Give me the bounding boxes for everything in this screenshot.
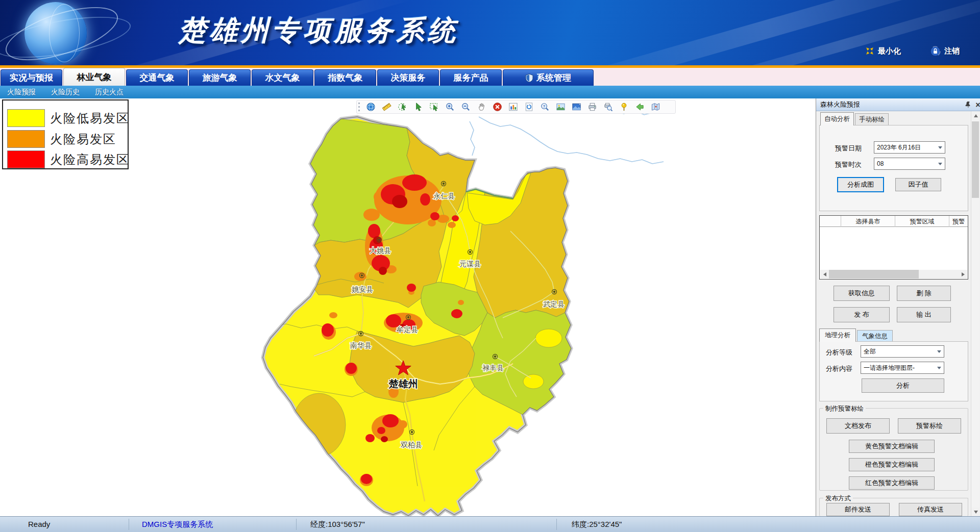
scroll-down-button[interactable]	[971, 508, 980, 516]
red-warning-edit-button[interactable]: 红色预警文档编辑	[849, 476, 935, 490]
minimize-label: 最小化	[878, 46, 901, 56]
subnav-fire-history[interactable]: 火险历史	[51, 86, 80, 98]
vscroll-thumb[interactable]	[972, 121, 979, 198]
overview-map-icon[interactable]	[648, 100, 664, 113]
map-canvas[interactable]: 永仁县 元谋县 大姚县 姚安县 武定县 南华县 牟定县 禄丰县 双柏县 楚雄州 …	[0, 98, 816, 516]
tab-geo-analysis[interactable]: 地理分析	[819, 328, 856, 342]
panel-title-bar: 森林火险预报 ×	[816, 98, 980, 111]
pushpin-icon[interactable]	[616, 100, 632, 113]
chevron-down-icon	[937, 350, 941, 355]
table-col-select	[820, 216, 841, 227]
globe-meridian-icon	[49, 4, 80, 62]
measure-icon[interactable]	[379, 100, 395, 113]
tab-weather-info[interactable]: 气象信息	[857, 330, 893, 342]
publish-button[interactable]: 发 布	[834, 307, 890, 322]
app-title: 楚雄州专项服务系统	[179, 12, 459, 49]
identify-icon[interactable]: ?	[537, 100, 553, 113]
scroll-up-button[interactable]	[971, 111, 980, 120]
warn-date-select[interactable]: 2023年 6月16日	[874, 141, 945, 154]
print-icon[interactable]	[584, 100, 600, 113]
select-features-icon[interactable]	[426, 100, 442, 113]
legend-row-high: 火险高易发区	[3, 149, 128, 170]
export-button[interactable]: 输 出	[897, 307, 951, 322]
chevron-down-icon	[938, 146, 942, 151]
tab-service-products[interactable]: 服务产品	[440, 69, 502, 86]
warning-table[interactable]: 选择县市 预警区域 预警	[819, 215, 968, 280]
zoom-in-icon[interactable]	[442, 100, 458, 113]
close-panel-button[interactable]: ×	[973, 100, 980, 109]
get-info-button[interactable]: 获取信息	[834, 286, 890, 301]
pointer-icon[interactable]	[410, 100, 426, 113]
hscroll-thumb[interactable]	[829, 270, 919, 278]
tab-system-admin[interactable]: 系统管理	[503, 69, 594, 86]
stop-icon[interactable]	[489, 100, 505, 113]
auto-analysis-page: 预警日期 2023年 6月16日 预警时次 08 分析成图 因子值	[819, 125, 968, 211]
forest-fire-panel: 森林火险预报 × 自动分析 手动标绘 预警日期 2023年 6月16日 预警时次…	[816, 98, 980, 516]
county-label: 姚安县	[352, 285, 373, 293]
app-header: 楚雄州专项服务系统 最小化 注销	[0, 0, 980, 65]
tab-live-forecast[interactable]: 实况与预报	[1, 69, 62, 86]
image-icon[interactable]	[553, 100, 569, 113]
table-col-county: 选择县市	[841, 216, 895, 227]
send-group-title: 发布方式	[823, 494, 853, 503]
status-bar: Ready DMGIS专项服务系统 经度:103°56'57" 纬度:25°32…	[0, 516, 980, 532]
factor-value-button[interactable]: 因子值	[895, 178, 941, 191]
tab-tourism-weather[interactable]: 旅游气象	[189, 69, 251, 86]
logout-label: 注销	[944, 46, 960, 56]
tab-manual-plot[interactable]: 手动标绘	[855, 113, 889, 125]
warn-plot-button[interactable]: 预警标绘	[898, 418, 961, 434]
select-by-circle-icon[interactable]	[395, 100, 410, 113]
scroll-right-button[interactable]	[959, 270, 967, 278]
tab-index-weather[interactable]: 指数气象	[314, 69, 376, 86]
yellow-warning-edit-button[interactable]: 黄色预警文档编辑	[849, 440, 935, 453]
scroll-left-button[interactable]	[820, 270, 829, 278]
tab-hydro-weather[interactable]: 水文气象	[252, 69, 313, 86]
analysis-level-select[interactable]: 全部	[861, 345, 944, 358]
subnav-historic-fire-points[interactable]: 历史火点	[95, 86, 124, 98]
fax-send-button[interactable]: 传真发送	[899, 503, 962, 516]
subnav-fire-forecast[interactable]: 火险预报	[7, 86, 36, 98]
zoom-out-icon[interactable]	[458, 100, 474, 113]
geo-analysis-page: 分析等级 全部 分析内容 一请选择地理图层- 分析	[819, 341, 968, 401]
legend-row-low: 火险低易发区	[3, 108, 128, 129]
analyze-button[interactable]: 分析	[862, 378, 944, 393]
warn-time-select[interactable]: 08	[874, 158, 945, 170]
refresh-page-icon[interactable]	[521, 100, 537, 113]
legend-swatch-mid	[7, 130, 45, 148]
tab-decision-service[interactable]: 决策服务	[377, 69, 439, 86]
table-col-warn: 预警	[949, 216, 968, 227]
tab-auto-analysis[interactable]: 自动分析	[820, 112, 854, 125]
analysis-content-select[interactable]: 一请选择地理图层-	[861, 362, 944, 374]
shield-icon	[525, 73, 533, 83]
globe-icon[interactable]	[363, 100, 379, 113]
county-label: 永仁县	[433, 192, 455, 200]
county-label: 武定县	[543, 300, 565, 308]
legend-swatch-low	[7, 109, 45, 127]
orange-warning-edit-button[interactable]: 橙色预警文档编辑	[849, 458, 935, 471]
delete-button[interactable]: 删 除	[897, 286, 951, 301]
export-image-icon[interactable]	[569, 100, 584, 113]
tab-traffic-weather[interactable]: 交通气象	[126, 69, 188, 86]
pan-hand-icon[interactable]	[474, 100, 489, 113]
warn-date-label: 预警日期	[835, 144, 862, 153]
pin-panel-button[interactable]	[964, 100, 973, 109]
status-latitude: 纬度:25°32'45"	[572, 520, 622, 529]
email-send-button[interactable]: 邮件发送	[826, 503, 890, 516]
chart-icon[interactable]	[505, 100, 521, 113]
tab-forestry-weather[interactable]: 林业气象	[63, 68, 125, 86]
analyze-to-map-button[interactable]: 分析成图	[837, 177, 884, 192]
logout-button[interactable]: 注销	[930, 45, 960, 57]
toolbar-grip[interactable]	[358, 103, 360, 111]
panel-vscrollbar[interactable]	[971, 111, 979, 516]
map-legend: 火险低易发区 火险易发区 火险高易发区	[2, 99, 129, 169]
print-preview-icon[interactable]	[600, 100, 616, 113]
table-hscrollbar[interactable]	[820, 270, 967, 278]
legend-label-high: 火险高易发区	[50, 151, 130, 168]
status-separator	[129, 519, 129, 530]
analysis-level-label: 分析等级	[826, 348, 852, 357]
river-lines	[470, 107, 664, 164]
minimize-button[interactable]: 最小化	[865, 45, 901, 57]
panel-title: 森林火险预报	[820, 100, 860, 109]
back-arrow-icon[interactable]	[632, 100, 648, 113]
doc-publish-button[interactable]: 文档发布	[826, 418, 890, 434]
